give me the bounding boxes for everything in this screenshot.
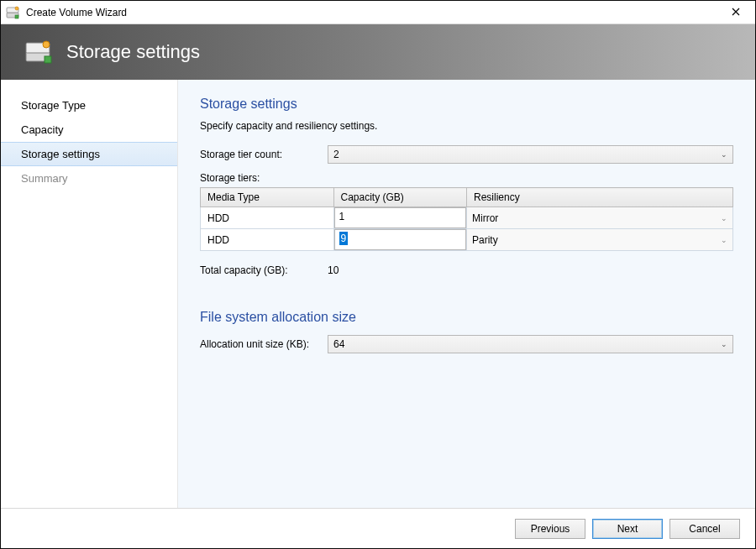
sidebar-item-summary: Summary [1,166,177,191]
allocation-value: 64 [333,338,344,350]
sidebar-item-label: Storage settings [21,148,100,160]
svg-rect-7 [45,56,51,63]
svg-point-6 [43,41,50,48]
chevron-down-icon: ⌄ [721,150,727,159]
titlebar: Create Volume Wizard [1,1,755,24]
allocation-label: Allocation unit size (KB): [200,338,328,350]
cancel-button[interactable]: Cancel [669,519,740,539]
wizard-footer: Previous Next Cancel [1,508,755,548]
allocation-row: Allocation unit size (KB): 64 ⌄ [200,335,733,353]
total-capacity-label: Total capacity (GB): [200,264,328,276]
allocation-dropdown[interactable]: 64 ⌄ [328,335,733,353]
resiliency-dropdown[interactable]: Parity ⌄ [467,229,732,250]
sidebar-item-storage-settings[interactable]: Storage settings [1,142,177,166]
window-title: Create Volume Wizard [26,7,127,18]
wizard-header: Storage settings [1,24,755,80]
sidebar-item-label: Summary [21,172,68,185]
previous-button[interactable]: Previous [515,519,585,539]
cell-media-type: HDD [201,229,334,251]
chevron-down-icon: ⌄ [721,236,727,244]
app-icon [6,6,21,19]
col-capacity[interactable]: Capacity (GB) [333,188,467,207]
total-capacity-row: Total capacity (GB): 10 [200,264,733,276]
col-resiliency[interactable]: Resiliency [467,188,733,207]
cell-media-type: HDD [201,207,334,229]
wizard-header-title: Storage settings [66,41,200,63]
cell-resiliency[interactable]: Parity ⌄ [467,229,733,251]
svg-rect-3 [15,15,18,18]
resiliency-dropdown[interactable]: Mirror ⌄ [467,207,732,228]
chevron-down-icon: ⌄ [721,340,727,348]
close-button[interactable] [717,1,755,24]
tier-count-row: Storage tier count: 2 ⌄ [200,145,733,164]
next-button[interactable]: Next [592,519,663,539]
section-title-storage: Storage settings [200,97,733,112]
wizard-body: Storage Type Capacity Storage settings S… [1,80,755,508]
capacity-input[interactable]: 9 [334,229,467,250]
cell-resiliency[interactable]: Mirror ⌄ [467,207,733,229]
wizard-sidebar: Storage Type Capacity Storage settings S… [1,80,178,508]
table-row: HDD 1 Mirror ⌄ [201,207,733,229]
cell-capacity[interactable]: 9 [333,229,467,251]
svg-point-2 [15,7,18,10]
wizard-window: Create Volume Wizard Storage settings [0,0,756,549]
sidebar-item-capacity[interactable]: Capacity [1,118,177,142]
section-title-filesystem: File system allocation size [200,310,733,325]
close-icon [732,6,740,18]
storage-tiers-table: Media Type Capacity (GB) Resiliency HDD … [200,187,733,251]
total-capacity-value: 10 [328,264,339,276]
sidebar-item-label: Capacity [21,123,64,136]
table-row: HDD 9 Parity ⌄ [201,229,733,251]
capacity-input[interactable]: 1 [334,207,467,228]
sidebar-item-label: Storage Type [21,99,86,112]
cell-capacity[interactable]: 1 [333,207,467,229]
section-description: Specify capacity and resiliency settings… [200,120,733,132]
col-media-type[interactable]: Media Type [201,188,334,207]
chevron-down-icon: ⌄ [721,214,727,222]
table-header-row: Media Type Capacity (GB) Resiliency [201,188,733,207]
wizard-content: Storage settings Specify capacity and re… [178,80,755,508]
sidebar-item-storage-type[interactable]: Storage Type [1,93,177,118]
tier-count-value: 2 [333,149,339,160]
tiers-label: Storage tiers: [200,172,733,184]
tier-count-dropdown[interactable]: 2 ⌄ [328,145,733,164]
tier-count-label: Storage tier count: [200,149,328,160]
storage-header-icon [24,39,55,65]
